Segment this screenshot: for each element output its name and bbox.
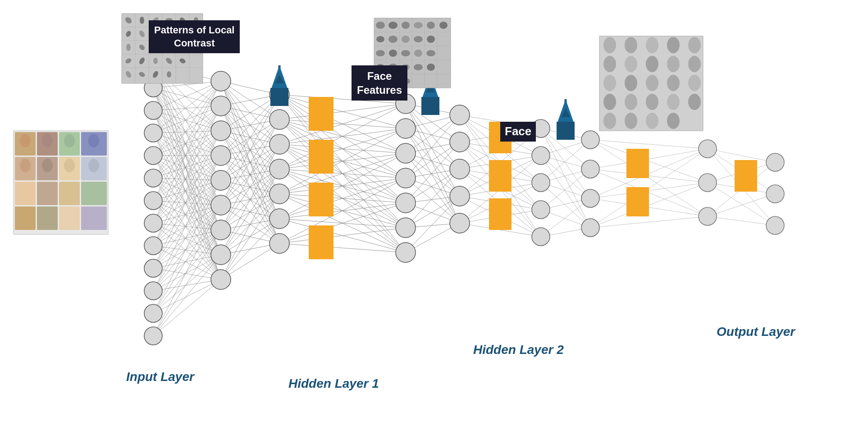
svg-point-372 — [766, 153, 784, 171]
svg-point-441 — [426, 50, 435, 56]
svg-line-33 — [153, 65, 221, 255]
svg-rect-13 — [81, 182, 107, 205]
svg-point-359 — [450, 213, 470, 233]
svg-line-226 — [279, 228, 406, 243]
svg-line-163 — [221, 95, 279, 205]
svg-line-70 — [153, 156, 221, 280]
svg-point-24 — [64, 159, 75, 172]
svg-point-356 — [450, 132, 470, 152]
svg-point-23 — [42, 159, 53, 172]
svg-line-118 — [153, 280, 221, 291]
svg-point-351 — [396, 168, 416, 188]
svg-point-467 — [667, 56, 680, 72]
svg-point-325 — [144, 192, 162, 210]
svg-point-337 — [211, 195, 231, 215]
svg-point-481 — [646, 113, 658, 129]
svg-point-367 — [581, 189, 599, 207]
svg-point-354 — [396, 243, 416, 262]
svg-point-344 — [270, 159, 289, 179]
svg-point-358 — [450, 186, 470, 206]
svg-point-427 — [388, 22, 397, 29]
svg-point-350 — [396, 143, 416, 163]
output-nodes — [699, 140, 717, 225]
svg-point-426 — [376, 22, 385, 29]
hidden-layer-1-label: Hidden Layer 1 — [288, 376, 379, 391]
svg-line-318 — [708, 216, 775, 225]
input-image-grid — [14, 131, 108, 234]
svg-point-461 — [646, 37, 658, 53]
orange-block-8 — [626, 149, 649, 178]
svg-point-22 — [20, 159, 31, 172]
svg-point-349 — [396, 119, 416, 138]
svg-point-415 — [167, 71, 171, 78]
svg-rect-16 — [59, 206, 80, 230]
orange-block-1 — [309, 97, 333, 131]
svg-point-433 — [388, 36, 397, 43]
svg-line-81 — [153, 106, 221, 201]
svg-point-329 — [144, 282, 162, 300]
svg-point-472 — [667, 75, 680, 91]
svg-point-331 — [144, 327, 162, 345]
diagram-container: Patterns of LocalContrast FaceFeatures F… — [0, 0, 868, 445]
svg-point-25 — [88, 159, 99, 172]
svg-point-463 — [688, 37, 701, 53]
svg-point-466 — [646, 56, 658, 72]
svg-point-18 — [20, 134, 31, 147]
svg-point-330 — [144, 304, 162, 322]
h1-to-h2-connections — [279, 95, 406, 252]
svg-line-181 — [221, 169, 279, 280]
svg-point-402 — [126, 44, 131, 51]
svg-point-439 — [401, 50, 410, 56]
svg-line-76 — [153, 178, 221, 205]
svg-point-326 — [144, 214, 162, 232]
svg-point-464 — [603, 56, 616, 72]
svg-point-434 — [402, 36, 410, 43]
input-layer-label: Input Layer — [126, 370, 194, 384]
svg-line-49 — [153, 110, 221, 205]
svg-point-475 — [625, 94, 637, 110]
svg-line-176 — [221, 144, 279, 255]
svg-marker-376 — [275, 74, 284, 83]
svg-point-323 — [144, 147, 162, 165]
svg-line-298 — [590, 140, 708, 149]
svg-point-343 — [270, 134, 289, 154]
svg-point-335 — [211, 146, 231, 165]
svg-point-339 — [211, 245, 231, 265]
face-features-annotation: FaceFeatures — [352, 65, 407, 101]
orange-block-9 — [626, 187, 649, 216]
svg-point-373 — [766, 185, 784, 203]
svg-point-432 — [376, 36, 384, 42]
svg-line-192 — [279, 104, 406, 119]
svg-point-347 — [270, 234, 289, 253]
orange-block-7 — [489, 198, 512, 230]
svg-line-123 — [153, 280, 221, 313]
svg-point-370 — [699, 174, 717, 192]
h1-right-nodes — [270, 85, 289, 253]
svg-line-94 — [153, 205, 221, 223]
svg-line-170 — [221, 119, 279, 230]
svg-point-333 — [211, 96, 231, 116]
svg-point-465 — [625, 56, 637, 72]
svg-point-477 — [667, 94, 680, 110]
svg-rect-14 — [15, 206, 36, 230]
orange-block-3 — [309, 183, 333, 216]
svg-point-368 — [581, 219, 599, 237]
svg-point-321 — [144, 101, 162, 119]
orange-block-4 — [309, 225, 333, 259]
svg-point-409 — [153, 58, 158, 64]
svg-point-357 — [450, 159, 470, 179]
faces-thumbnail — [599, 36, 703, 131]
svg-point-437 — [376, 50, 385, 56]
svg-line-111 — [153, 255, 221, 268]
svg-point-470 — [625, 75, 637, 91]
svg-point-346 — [270, 209, 289, 229]
svg-point-429 — [414, 22, 423, 28]
final-layer-nodes — [766, 153, 784, 234]
svg-point-471 — [646, 75, 658, 91]
svg-point-478 — [688, 94, 701, 110]
svg-line-47 — [153, 110, 221, 156]
svg-point-345 — [270, 184, 289, 204]
svg-point-352 — [396, 193, 416, 213]
svg-point-482 — [667, 113, 680, 129]
svg-point-369 — [699, 140, 717, 158]
